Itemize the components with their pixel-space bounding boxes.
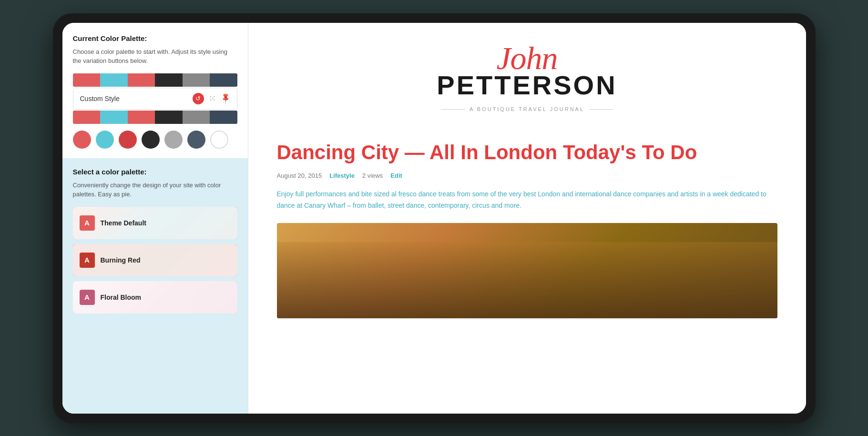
palette-letter-default: A <box>80 215 95 231</box>
color-seg-3 <box>128 73 155 87</box>
color-seg-5 <box>183 73 210 87</box>
color-seg-b4 <box>155 111 183 124</box>
palette-list: A Theme Default A Burning Red <box>73 207 237 314</box>
panel-description: Choose a color palette to start with. Ad… <box>73 47 237 66</box>
article-image <box>277 223 777 318</box>
blog-tagline: A BOUTIQUE TRAVEL JOURNAL <box>277 106 777 112</box>
left-panel: Current Color Palette: Choose a color pa… <box>62 23 248 414</box>
article-meta: August 20, 2015 Lifestyle 2 views Edit <box>277 172 777 179</box>
color-dots-row <box>73 131 237 149</box>
custom-style-icons: ↺ ⁙ 📌 <box>193 93 230 104</box>
blog-preview-panel: John PETTERSON A BOUTIQUE TRAVEL JOURNAL… <box>248 23 806 414</box>
crowd-overlay <box>277 242 777 318</box>
color-seg-6 <box>210 73 237 87</box>
blog-header: John PETTERSON A BOUTIQUE TRAVEL JOURNAL <box>277 42 777 122</box>
dot-red[interactable] <box>73 131 91 149</box>
tablet-inner: Current Color Palette: Choose a color pa… <box>62 23 806 414</box>
color-bar-top <box>73 73 237 87</box>
dot-cyan[interactable] <box>96 131 114 149</box>
dot-dark-blue[interactable] <box>187 131 205 149</box>
panel-title: Current Color Palette: <box>73 34 237 42</box>
color-seg-4 <box>155 73 183 87</box>
palette-letter-burning: A <box>80 253 95 268</box>
tagline-line-right <box>589 109 613 110</box>
palette-item-burning[interactable]: A Burning Red <box>73 244 237 276</box>
palette-name-floral: Floral Bloom <box>101 294 142 301</box>
dot-white[interactable] <box>210 131 228 149</box>
dot-dark-red[interactable] <box>119 131 137 149</box>
select-palette-section: Select a color palette: Conveniently cha… <box>62 158 248 414</box>
article-excerpt: Enjoy full performances and bite sized a… <box>277 189 777 212</box>
color-seg-b1 <box>73 111 101 124</box>
palette-label-box-burning: A Burning Red <box>73 244 237 276</box>
palette-item-default[interactable]: A Theme Default <box>73 207 237 239</box>
select-palette-title: Select a color palette: <box>73 168 237 176</box>
blog-name-bold: PETTERSON <box>277 71 777 100</box>
dot-gray[interactable] <box>164 131 183 149</box>
palette-name-default: Theme Default <box>101 219 146 227</box>
people-icon[interactable]: ⁙ <box>209 93 216 104</box>
meta-category[interactable]: Lifestyle <box>329 172 355 179</box>
palette-item-floral[interactable]: A Floral Bloom <box>73 281 237 314</box>
color-seg-2 <box>100 73 128 87</box>
reset-icon[interactable]: ↺ <box>193 93 204 104</box>
select-palette-desc: Conveniently change the design of your s… <box>73 181 237 199</box>
custom-style-box[interactable]: Custom Style ↺ ⁙ 📌 <box>73 88 237 110</box>
color-bar-bottom <box>73 111 237 124</box>
palette-name-burning: Burning Red <box>101 256 141 264</box>
dot-black[interactable] <box>142 131 160 149</box>
custom-style-label: Custom Style <box>80 95 120 102</box>
meta-edit[interactable]: Edit <box>390 172 402 179</box>
color-palette-section: Current Color Palette: Choose a color pa… <box>62 23 248 158</box>
color-seg-1 <box>73 73 101 87</box>
tagline-text: A BOUTIQUE TRAVEL JOURNAL <box>470 106 584 112</box>
tablet-frame: Current Color Palette: Choose a color pa… <box>53 13 816 423</box>
article-title: Dancing City — All In London Today's To … <box>277 141 777 164</box>
palette-label-box-default: A Theme Default <box>73 207 237 239</box>
tagline-line-left <box>441 109 465 110</box>
color-seg-b3 <box>128 111 155 124</box>
meta-views: 2 views <box>362 172 383 179</box>
color-seg-b6 <box>210 111 237 124</box>
pin-icon[interactable]: 📌 <box>219 92 232 105</box>
color-seg-b2 <box>100 111 128 124</box>
meta-date: August 20, 2015 <box>277 172 322 179</box>
palette-label-box-floral: A Floral Bloom <box>73 281 237 314</box>
blog-name-script: John <box>277 42 777 74</box>
palette-letter-floral: A <box>80 290 95 305</box>
color-seg-b5 <box>183 111 210 124</box>
